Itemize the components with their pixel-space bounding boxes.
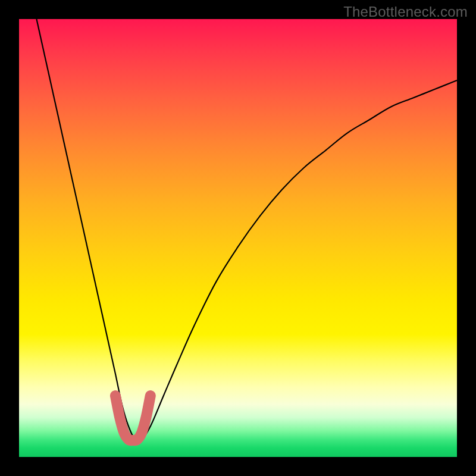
optimal-zone-marker bbox=[115, 396, 151, 440]
bottleneck-curve bbox=[36, 19, 457, 441]
plot-area bbox=[19, 19, 457, 457]
watermark-text: TheBottleneck.com bbox=[343, 4, 468, 20]
chart-frame: TheBottleneck.com bbox=[0, 0, 476, 476]
curve-layer bbox=[19, 19, 457, 457]
